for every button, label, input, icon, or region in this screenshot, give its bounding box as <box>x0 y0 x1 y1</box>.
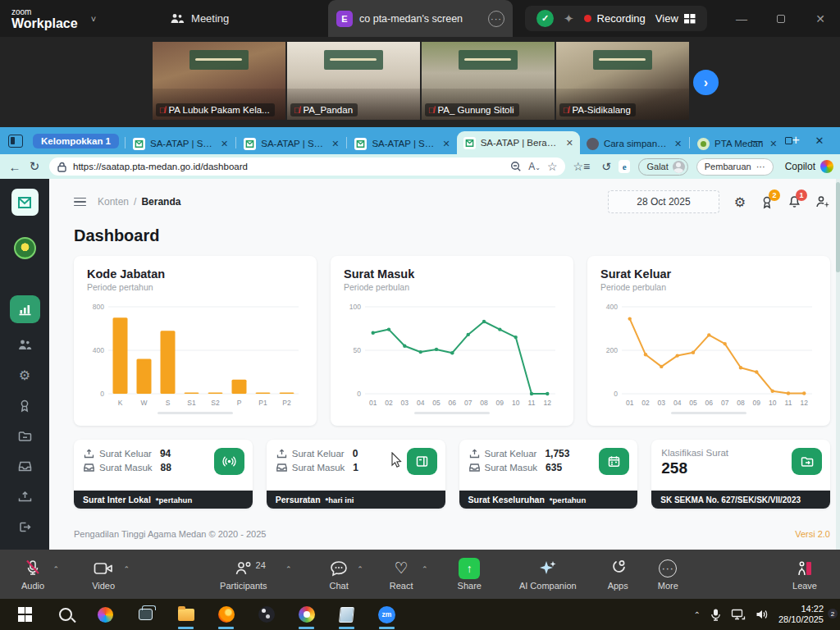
sidebar-item-approval[interactable] <box>18 396 31 414</box>
screen-tab-options-icon[interactable]: ··· <box>488 11 504 27</box>
sidebar-item-inbox[interactable] <box>18 457 32 475</box>
sidebar-toggle-icon[interactable] <box>74 198 86 207</box>
chart-scroll-hint[interactable] <box>671 412 746 414</box>
settings-gear-icon[interactable]: ⚙ <box>734 194 746 210</box>
edge-split-icon[interactable]: e <box>619 160 631 173</box>
copilot-button[interactable]: Copilot <box>785 160 833 173</box>
taskbar-explorer[interactable] <box>166 599 206 630</box>
close-button[interactable]: ✕ <box>801 0 840 37</box>
journal-button[interactable] <box>407 448 437 475</box>
browser-tab[interactable]: Cara simpan nilai ra✕ <box>580 133 688 154</box>
sidebar-item-outbox[interactable] <box>18 487 32 505</box>
video-tile[interactable]: 🎙̸PA_Pandan <box>287 42 420 120</box>
user-settings-icon[interactable] <box>815 195 830 208</box>
taskbar-clock[interactable]: 14:22 28/10/2025 <box>778 604 824 625</box>
sidebar-item-settings[interactable]: ⚙ <box>19 366 30 384</box>
chart-scroll-hint[interactable] <box>414 412 490 414</box>
audio-button[interactable]: Audio ⌃ <box>21 559 44 591</box>
ai-sparkle-icon[interactable]: ✦ <box>564 11 574 26</box>
line-chart[interactable]: 050100010203040506070809101112 <box>344 299 560 410</box>
tab-actions-icon[interactable] <box>8 135 23 148</box>
close-tab-icon[interactable]: ✕ <box>566 138 573 148</box>
taskbar-search[interactable] <box>45 599 85 630</box>
calendar-button[interactable] <box>599 448 629 475</box>
more-button[interactable]: ··· More <box>658 559 678 591</box>
task-view-button[interactable] <box>126 599 166 630</box>
chevron-up-icon[interactable]: ⌃ <box>53 565 60 573</box>
taskbar-paint[interactable] <box>286 599 326 630</box>
broadcast-button[interactable] <box>214 448 244 475</box>
chevron-up-icon[interactable]: ⌃ <box>124 565 130 573</box>
address-bar[interactable]: https://saatap.pta-medan.go.id/dashboard… <box>49 158 565 176</box>
sidebar-item-users[interactable] <box>17 336 32 354</box>
restore-button[interactable] <box>761 0 801 37</box>
minimize-button[interactable]: — <box>722 0 761 37</box>
org-logo[interactable] <box>14 237 36 259</box>
sidebar-item-logout[interactable] <box>18 518 31 536</box>
chevron-up-icon[interactable]: ⌃ <box>422 565 428 573</box>
zoom-workplace-brand[interactable]: zoom Workplace ˅ <box>0 0 107 37</box>
taskbar-obs[interactable] <box>246 599 286 630</box>
video-tile[interactable]: 🎙̸PA Lubuk Pakam Kela... <box>153 42 285 120</box>
speaker-icon[interactable] <box>756 609 769 620</box>
browser-tab[interactable]: SA-ATAP | Surat Ma✕ <box>348 133 456 154</box>
next-participants-button[interactable]: › <box>693 70 719 95</box>
scrollbar-thumb[interactable] <box>836 182 840 272</box>
browser-close-button[interactable]: ✕ <box>804 135 835 147</box>
tray-expand-icon[interactable]: ⌃ <box>694 610 701 619</box>
browser-minimize-button[interactable]: — <box>742 135 773 147</box>
chevron-up-icon[interactable]: ⌃ <box>357 565 363 573</box>
browser-tab-active[interactable]: SA-ATAP | Beranda✕ <box>457 131 580 154</box>
browser-profile-button[interactable]: Galat <box>638 158 687 176</box>
chart-scroll-hint[interactable] <box>158 412 233 414</box>
refresh-button[interactable]: ↻ <box>26 159 43 174</box>
notification-bell-icon[interactable]: 1 <box>788 195 801 209</box>
video-tile[interactable]: 🎙̸PA-Sidikalang <box>556 42 689 120</box>
app-logo[interactable] <box>11 189 39 216</box>
taskbar-notepad[interactable] <box>326 599 367 630</box>
back-button[interactable]: ← <box>7 160 23 174</box>
network-icon[interactable] <box>731 609 746 620</box>
close-tab-icon[interactable]: ✕ <box>674 139 682 149</box>
sidebar-item-dashboard[interactable] <box>10 295 40 323</box>
favorites-icon[interactable]: ☆≡ <box>573 160 590 173</box>
zoom-out-icon[interactable] <box>510 161 522 172</box>
browser-restore-button[interactable] <box>773 137 804 144</box>
close-tab-icon[interactable]: ✕ <box>331 139 339 149</box>
start-button[interactable] <box>5 599 45 630</box>
ai-companion-button[interactable]: AI Companion <box>519 559 577 591</box>
history-icon[interactable]: ↺ <box>601 160 611 173</box>
participants-button[interactable]: 24 Participants ⌃ <box>220 559 267 591</box>
scrollbar[interactable] <box>836 179 840 550</box>
chat-button[interactable]: Chat ⌃ <box>330 559 349 591</box>
video-button[interactable]: Video ⌃ <box>92 559 115 591</box>
folder-export-button[interactable] <box>792 448 822 475</box>
shared-screen-tab[interactable]: E co pta-medan's screen ··· <box>328 0 513 37</box>
share-button[interactable]: ↑ Share <box>458 559 482 591</box>
leave-button[interactable]: Leave <box>792 559 817 591</box>
recording-indicator[interactable]: Recording <box>584 12 646 25</box>
video-tile[interactable]: 🎙̸PA_ Gunung Sitoli <box>422 42 555 120</box>
read-aloud-icon[interactable]: A⌄ <box>528 161 541 172</box>
taskbar-copilot[interactable] <box>85 599 126 630</box>
apps-button[interactable]: Apps <box>608 559 628 591</box>
chevron-down-icon[interactable]: ˅ <box>91 14 96 24</box>
date-picker-chip[interactable]: 28 Oct 2025 <box>608 190 719 213</box>
view-button[interactable]: View <box>655 12 696 25</box>
browser-tab[interactable]: SA-ATAP | Surat Ma✕ <box>237 133 345 154</box>
browser-update-button[interactable]: Pembaruan ··· <box>696 158 774 176</box>
close-tab-icon[interactable]: ✕ <box>442 139 450 149</box>
browser-tab[interactable]: SA-ATAP | Surat Ma✕ <box>126 133 235 154</box>
breadcrumb-parent[interactable]: Konten <box>98 196 129 208</box>
sidebar-item-archive[interactable] <box>18 427 32 445</box>
security-shield-icon[interactable]: ✓ <box>536 10 554 27</box>
tab-group-label[interactable]: Kelompokkan 1 <box>33 134 119 148</box>
tray-mic-icon[interactable] <box>710 608 721 622</box>
close-tab-icon[interactable]: ✕ <box>221 139 228 149</box>
taskbar-zoom[interactable]: zm <box>367 599 407 630</box>
bookmark-star-icon[interactable]: ☆ <box>547 160 558 173</box>
chevron-up-icon[interactable]: ⌃ <box>285 565 292 573</box>
taskbar-firefox[interactable] <box>206 599 246 630</box>
meeting-tab[interactable]: Meeting <box>157 0 242 37</box>
react-button[interactable]: ♡ React ⌃ <box>390 559 413 591</box>
